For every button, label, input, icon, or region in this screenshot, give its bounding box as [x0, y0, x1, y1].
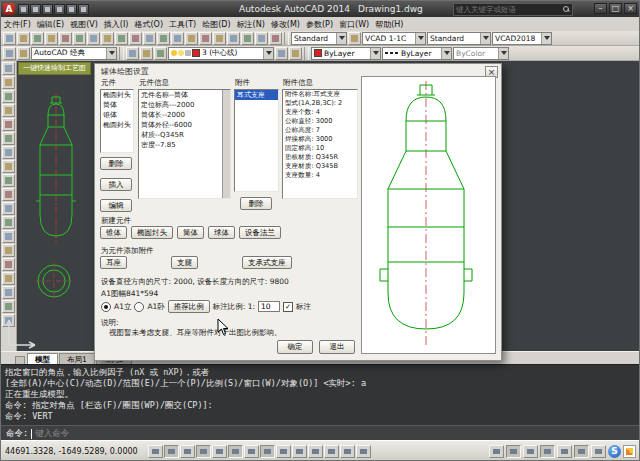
- new-component-button[interactable]: 椭圆封头: [131, 226, 173, 239]
- dim-style-icon[interactable]: [348, 32, 361, 45]
- help-search-input[interactable]: [454, 5, 563, 14]
- pan-icon[interactable]: [185, 32, 198, 45]
- chevron-down-icon[interactable]: [263, 48, 273, 59]
- polar-icon[interactable]: [212, 445, 227, 458]
- chevron-down-icon[interactable]: [498, 48, 508, 59]
- osnap3d-icon[interactable]: [244, 445, 259, 458]
- quickview-layouts-icon[interactable]: [506, 445, 521, 458]
- add-attachment-button[interactable]: 支承式支座: [242, 256, 292, 269]
- arc-icon[interactable]: [2, 132, 15, 145]
- qat-open-icon[interactable]: [30, 4, 41, 15]
- close-button[interactable]: ×: [624, 3, 637, 14]
- menu-item[interactable]: 工具(T): [166, 17, 199, 31]
- ducs-icon[interactable]: [276, 445, 291, 458]
- polyline-icon[interactable]: [2, 90, 15, 103]
- rectangle-icon[interactable]: [2, 118, 15, 131]
- snap-icon[interactable]: [164, 445, 179, 458]
- new-component-button[interactable]: 筒体: [177, 226, 204, 239]
- annotate-checkbox[interactable]: ✓: [283, 302, 293, 312]
- osnap-icon[interactable]: [228, 445, 243, 458]
- layer-lock-icon[interactable]: [185, 50, 191, 56]
- paste-icon[interactable]: [115, 32, 128, 45]
- lineweight-icon[interactable]: [308, 445, 323, 458]
- new-component-button[interactable]: 锥体: [100, 226, 127, 239]
- block-editor-icon[interactable]: [143, 32, 156, 45]
- properties-icon[interactable]: [241, 32, 254, 45]
- menu-item[interactable]: 修改(M): [268, 17, 303, 31]
- workspace-combo[interactable]: AutoCAD 经典: [31, 47, 117, 60]
- toolpalettes-icon[interactable]: [269, 32, 282, 45]
- linetype-combo[interactable]: ByLayer: [382, 47, 452, 60]
- new-component-button[interactable]: 球体: [208, 226, 235, 239]
- dim-style-combo[interactable]: VCAD 1-1C: [362, 32, 426, 45]
- command-history[interactable]: 指定窗口的角点，输入比例因子 (nX 或 nXP)，或者[全部(A)/中心(C)…: [1, 364, 639, 425]
- menu-item[interactable]: 插入(I): [101, 17, 132, 31]
- chevron-down-icon[interactable]: [441, 48, 451, 59]
- ok-button[interactable]: 确定: [277, 340, 313, 354]
- redo-icon[interactable]: [171, 32, 184, 45]
- plot-icon[interactable]: [45, 32, 58, 45]
- workspace-icon[interactable]: [3, 47, 16, 60]
- annotation-scale-icon[interactable]: [540, 445, 555, 458]
- designcenter-icon[interactable]: [255, 32, 268, 45]
- new-component-button[interactable]: 设备法兰: [239, 226, 281, 239]
- model-space-icon[interactable]: [489, 445, 504, 458]
- maximize-button[interactable]: □: [609, 3, 622, 14]
- infer-constraints-icon[interactable]: [148, 445, 163, 458]
- clean-screen-icon[interactable]: [591, 445, 606, 458]
- transparency-icon[interactable]: [324, 445, 339, 458]
- coordinates-display[interactable]: 44691.3328, -1649.5289, 0.0000: [5, 447, 138, 456]
- plugin-toolbar-label[interactable]: 一键快速绘制工艺图: [18, 62, 91, 75]
- chevron-down-icon[interactable]: [370, 48, 380, 59]
- chevron-down-icon[interactable]: [336, 33, 346, 44]
- region-icon[interactable]: [2, 286, 15, 299]
- line-icon[interactable]: [2, 62, 15, 75]
- component-list-item[interactable]: 椭圆封头: [101, 120, 133, 130]
- layer-properties-icon[interactable]: [126, 47, 139, 60]
- qat-undo-icon[interactable]: [66, 4, 77, 15]
- layer-previous-icon[interactable]: [154, 47, 167, 60]
- component-delete-button[interactable]: 删除: [100, 157, 132, 170]
- make-current-icon[interactable]: [275, 47, 288, 60]
- dyn-icon[interactable]: [292, 445, 307, 458]
- component-edit-button[interactable]: 编辑: [100, 199, 132, 212]
- component-insert-button[interactable]: 插入: [100, 178, 132, 191]
- new-icon[interactable]: [3, 32, 16, 45]
- save-icon[interactable]: [31, 32, 44, 45]
- plot-preview-icon[interactable]: [59, 32, 72, 45]
- cycling-icon[interactable]: [356, 445, 371, 458]
- chevron-down-icon[interactable]: [415, 33, 425, 44]
- table-style-combo[interactable]: Standard: [427, 32, 491, 45]
- chevron-down-icon[interactable]: [106, 48, 116, 59]
- component-list-item[interactable]: 筒体: [101, 100, 133, 110]
- menu-item[interactable]: 文件(F): [1, 17, 34, 31]
- hatch-icon[interactable]: [2, 258, 15, 271]
- construction-line-icon[interactable]: [2, 76, 15, 89]
- cut-icon[interactable]: [87, 32, 100, 45]
- menu-item[interactable]: 绘图(D): [199, 17, 233, 31]
- menu-item[interactable]: 帮助(H): [372, 17, 406, 31]
- menu-item[interactable]: 格式(O): [131, 17, 166, 31]
- scrollbar[interactable]: [222, 90, 230, 198]
- point-icon[interactable]: [2, 244, 15, 257]
- quickprops-icon[interactable]: [340, 445, 355, 458]
- plotstyle-combo[interactable]: ByColor: [453, 47, 509, 60]
- mleader-style-combo[interactable]: VCAD2018: [492, 32, 552, 45]
- a1-landscape-radio[interactable]: [134, 302, 144, 312]
- copy-icon[interactable]: [101, 32, 114, 45]
- color-combo[interactable]: ByLayer: [311, 47, 381, 60]
- spline-icon[interactable]: [2, 174, 15, 187]
- menu-item[interactable]: 参数(P): [303, 17, 336, 31]
- add-attachment-button[interactable]: 耳座: [100, 256, 127, 269]
- otrack-icon[interactable]: [260, 445, 275, 458]
- chevron-down-icon[interactable]: [480, 33, 490, 44]
- make-block-icon[interactable]: [2, 230, 15, 243]
- layer-states-icon[interactable]: [140, 47, 153, 60]
- recommend-scale-button[interactable]: 推荐比例: [168, 300, 210, 313]
- command-prompt[interactable]: 命令: 键入命令: [1, 425, 639, 441]
- workspace-switch-icon[interactable]: [557, 445, 572, 458]
- minimize-button[interactable]: –: [594, 3, 607, 14]
- add-attachment-button[interactable]: 支腿: [171, 256, 198, 269]
- qat-redo-icon[interactable]: [78, 4, 89, 15]
- layer-match-icon[interactable]: [289, 47, 302, 60]
